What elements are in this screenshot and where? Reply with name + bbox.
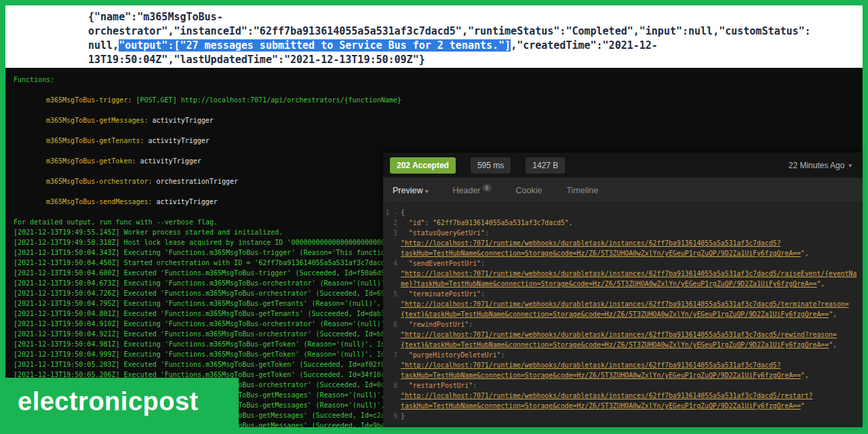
- response-json-row: "http://localhost:7071/runtime/webhooks/…: [384, 238, 863, 248]
- brand-logo-text: electronicpost: [18, 389, 239, 414]
- tab-cookie[interactable]: Cookie: [516, 186, 542, 195]
- line-number: 5: [384, 289, 401, 299]
- response-url-link[interactable]: taskHub=TestHubName&connection=Storage&c…: [401, 402, 801, 410]
- console-output-pane: {"name":"m365MsgToBus-orchestrator","ins…: [5, 5, 863, 68]
- response-json-row: 2 "id": "62ff7ba913614055a5a531af3c7dacd…: [384, 218, 863, 228]
- line-number: [384, 330, 401, 340]
- line-number: [384, 299, 401, 309]
- terminal-line: Functions:: [14, 75, 863, 85]
- console-line: 13T19:50:04Z","lastUpdatedTime":"2021-12…: [88, 53, 857, 67]
- response-tab-bar: Preview ▾ Header6 Cookie Timeline: [383, 178, 863, 203]
- line-number: [384, 401, 401, 411]
- response-size-badge: 1427 B: [526, 157, 565, 174]
- terminal-line: m365MsgToBus-getTenants: activityTrigger: [14, 136, 863, 146]
- response-url-link[interactable]: "http://localhost:7071/runtime/webhooks/…: [401, 331, 837, 338]
- chevron-down-icon: ▾: [848, 162, 852, 169]
- response-json-row: 3 "statusQueryGetUri":: [384, 228, 863, 238]
- tab-header[interactable]: Header6: [452, 186, 491, 195]
- response-status-bar: 202 Accepted 595 ms 1427 B 22 Minutes Ag…: [383, 153, 863, 178]
- response-body: 1 -{2 "id": "62ff7ba913614055a5a531af3c7…: [383, 203, 863, 427]
- terminal-line: m365MsgToBus-getMessages: activityTrigge…: [14, 115, 863, 125]
- response-url-link[interactable]: "http://localhost:7071/runtime/webhooks/…: [401, 239, 781, 247]
- chevron-down-icon: ▾: [425, 188, 429, 195]
- response-json-row: taskHub=TestHubName&connection=Storage&c…: [384, 370, 863, 380]
- console-line: {"name":"m365MsgToBus-: [88, 10, 857, 24]
- response-url-link[interactable]: taskHub=TestHubName&connection=Storage&c…: [401, 372, 801, 379]
- insomnia-response-panel: 202 Accepted 595 ms 1427 B 22 Minutes Ag…: [383, 153, 863, 427]
- response-json-row: "http://localhost:7071/runtime/webhooks/…: [384, 360, 863, 370]
- terminal-line: m365MsgToBus-trigger: [POST,GET] http://…: [14, 95, 863, 105]
- response-url-link[interactable]: me}?taskHub=TestHubName&connection=Stora…: [401, 280, 816, 288]
- response-json-row: "http://localhost:7071/runtime/webhooks/…: [384, 269, 863, 279]
- line-number: 2: [384, 218, 401, 228]
- line-number: [384, 391, 401, 401]
- line-number: [384, 248, 401, 258]
- green-frame: {"name":"m365MsgToBus-orchestrator","ins…: [0, 0, 868, 434]
- terminal-line: [14, 85, 863, 95]
- line-number: [384, 279, 401, 289]
- line-number: 7: [384, 350, 401, 360]
- line-number: [384, 370, 401, 380]
- response-json-row: 9}: [384, 411, 863, 421]
- line-number: [384, 340, 401, 350]
- response-json-row: me}?taskHub=TestHubName&connection=Stora…: [384, 279, 863, 289]
- tab-preview-label: Preview: [393, 186, 422, 195]
- tab-preview[interactable]: Preview ▾: [393, 186, 428, 195]
- response-url-link[interactable]: {text}&taskHub=TestHubName&connection=St…: [401, 341, 829, 349]
- response-json-row: {text}&taskHub=TestHubName&connection=St…: [384, 340, 863, 350]
- console-line: orchestrator","instanceId":"62ff7ba91361…: [88, 24, 857, 39]
- response-json-row: 8 "restartPostUri":: [384, 380, 863, 391]
- tab-timeline[interactable]: Timeline: [566, 186, 598, 195]
- tab-header-label: Header: [452, 186, 480, 195]
- line-number: 6: [384, 319, 401, 330]
- line-number: [384, 269, 401, 279]
- response-json-row: {text}&taskHub=TestHubName&connection=St…: [384, 309, 863, 319]
- line-number: 3: [384, 228, 401, 238]
- response-url-link[interactable]: "http://localhost:7071/runtime/webhooks/…: [401, 361, 781, 369]
- response-url-link[interactable]: {text}&taskHub=TestHubName&connection=St…: [401, 311, 829, 318]
- status-code-badge: 202 Accepted: [390, 157, 456, 174]
- terminal-line: [14, 125, 863, 136]
- response-history-dropdown[interactable]: 22 Minutes Ago ▾: [789, 161, 856, 170]
- response-json-row: "http://localhost:7071/runtime/webhooks/…: [384, 391, 863, 401]
- line-number: [384, 238, 401, 248]
- response-json-row: 7 "purgeHistoryDeleteUri":: [384, 350, 863, 360]
- response-url-link[interactable]: "http://localhost:7071/runtime/webhooks/…: [401, 392, 813, 399]
- line-number: 4: [384, 258, 401, 269]
- response-json-row: 5 "terminatePostUri":: [384, 289, 863, 299]
- line-number: [384, 309, 401, 319]
- response-json-row: taskHub=TestHubName&connection=Storage&c…: [384, 401, 863, 411]
- line-number: 9: [384, 411, 401, 421]
- response-time-badge: 595 ms: [471, 157, 511, 174]
- response-json-row: 4 "sendEventPostUri":: [384, 258, 863, 269]
- response-url-link[interactable]: "http://localhost:7071/runtime/webhooks/…: [401, 270, 856, 277]
- line-number: [384, 360, 401, 370]
- selection-highlight: "output":["27 messages submitted to Serv…: [119, 39, 511, 52]
- brand-watermark: electronicpost: [0, 378, 239, 434]
- response-json-row: 6 "rewindPostUri":: [384, 319, 863, 330]
- line-number: 8: [384, 380, 401, 391]
- line-number: 1 -: [384, 208, 401, 218]
- header-count-badge: 6: [482, 184, 491, 192]
- response-url-link[interactable]: taskHub=TestHubName&connection=Storage&c…: [401, 250, 801, 257]
- response-history-label: 22 Minutes Ago: [789, 161, 845, 170]
- response-json-row: taskHub=TestHubName&connection=Storage&c…: [384, 248, 863, 258]
- console-line: null,"output":["27 messages submitted to…: [88, 39, 857, 53]
- response-json-row: "http://localhost:7071/runtime/webhooks/…: [384, 330, 863, 340]
- terminal-line: [14, 105, 863, 115]
- response-json-row: 1 -{: [384, 208, 863, 218]
- response-json-row: "http://localhost:7071/runtime/webhooks/…: [384, 299, 863, 309]
- response-url-link[interactable]: "http://localhost:7071/runtime/webhooks/…: [401, 300, 849, 308]
